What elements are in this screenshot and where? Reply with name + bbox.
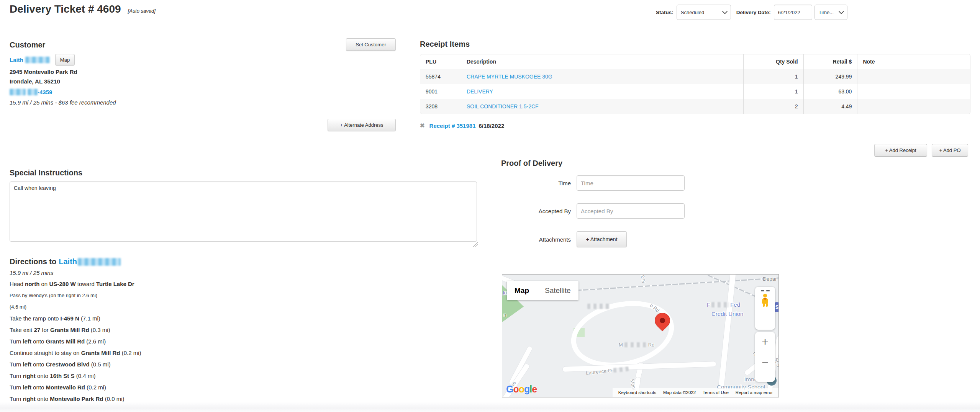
street-label — [587, 304, 610, 309]
col-retail: Retail $ — [803, 54, 857, 69]
attribution-item[interactable]: Report a map error — [736, 390, 773, 395]
status-label: Status: — [656, 10, 674, 15]
proof-of-delivery-heading: Proof of Delivery — [501, 159, 685, 168]
direction-step: Turn right onto 16th St S (0.4 mi) — [10, 370, 255, 382]
customer-phone-row: -4359 — [10, 88, 339, 96]
textarea-resize-handle[interactable] — [473, 242, 478, 247]
add-receipt-button[interactable]: + Add Receipt — [874, 144, 927, 157]
set-customer-button[interactable]: Set Customer — [346, 38, 396, 51]
table-header-row: PLU Description Qty Sold Retail $ Note — [420, 54, 970, 69]
map-tab[interactable]: Map — [507, 281, 537, 300]
table-cell: 55874 — [420, 69, 461, 84]
accepted-by-label: Accepted By — [495, 208, 571, 214]
map-attribution: Keyboard shortcutsMap data ©2022Terms of… — [613, 388, 778, 397]
status-select[interactable]: Scheduled — [677, 5, 731, 20]
table-row: 9001DELIVERY163.00 — [420, 84, 970, 99]
table-cell: 4.49 — [803, 99, 857, 114]
attribution-item[interactable]: Keyboard shortcuts — [618, 390, 656, 395]
satellite-tab[interactable]: Satellite — [537, 281, 578, 300]
redacted-street-name — [587, 304, 610, 309]
zoom-control: + − — [755, 332, 775, 382]
col-qty-sold: Qty Sold — [743, 54, 803, 69]
google-logo[interactable]: Google — [506, 384, 537, 395]
directions-customer-link[interactable]: Laith — [59, 257, 77, 266]
customer-name-row: Laith Map — [10, 54, 339, 65]
street-label: 2 N — [640, 275, 647, 283]
item-description-link[interactable]: SOIL CONDITIONER 1.5-2CF — [467, 103, 539, 110]
direction-step: Turn left onto Grants Mill Rd (2.6 mi) — [10, 336, 255, 347]
customer-name-link[interactable]: Laith — [10, 57, 23, 63]
direction-step: Head north on US-280 W toward Turtle Lak… — [10, 278, 255, 290]
time-input[interactable] — [577, 175, 685, 191]
directions-heading: Directions to — [10, 257, 56, 266]
direction-step: Turn left onto Crestwood Blvd (0.5 mi) — [10, 359, 255, 370]
pegman-control[interactable] — [755, 287, 775, 330]
item-description-link[interactable]: CRAPE MYRTLE MUSKOGEE 30G — [467, 74, 552, 80]
zoom-in-button[interactable]: + — [755, 332, 775, 352]
chevron-down-icon — [722, 9, 728, 14]
time-select[interactable]: Time... — [814, 5, 847, 20]
col-note: Note — [857, 54, 970, 69]
google-map[interactable]: o Rd MRd Laurence O Mont 2nd Av St S ve … — [502, 274, 779, 397]
map-type-control: Map Satellite — [507, 281, 578, 300]
table-cell: 2 — [743, 99, 803, 114]
direction-step: (4.6 mi) — [10, 301, 255, 313]
customer-phone-link[interactable]: -4359 — [38, 89, 52, 95]
receipt-items-section: Receipt Items PLU Description Qty Sold R… — [420, 40, 970, 129]
table-row: 55874CRAPE MYRTLE MUSKOGEE 30G1249.99 — [420, 69, 970, 84]
customer-address-line2: Irondale, AL 35210 — [10, 77, 339, 86]
receipt-items-body: 55874CRAPE MYRTLE MUSKOGEE 30G1249.99900… — [420, 69, 970, 114]
table-cell: 1 — [743, 69, 803, 84]
pod-time-row: Time — [495, 175, 685, 191]
add-attachment-button[interactable]: + Attachment — [577, 231, 627, 247]
pod-attachments-row: Attachments + Attachment — [495, 231, 685, 247]
autosave-indicator: [Auto saved] — [128, 8, 156, 14]
time-value: Time... — [819, 10, 834, 15]
table-cell — [857, 99, 970, 114]
table-cell[interactable]: DELIVERY — [461, 84, 743, 99]
page-bottom-fade — [0, 402, 980, 412]
redacted-street-name — [613, 366, 629, 373]
attachments-label: Attachments — [495, 236, 571, 243]
directions-summary: 15.9 mi / 25 mins — [10, 270, 255, 276]
drag-handle-icon — [755, 287, 775, 291]
col-description: Description — [461, 54, 743, 69]
table-cell: 9001 — [420, 84, 461, 99]
attribution-item[interactable]: Terms of Use — [703, 390, 729, 395]
col-plu: PLU — [420, 54, 461, 69]
page-title: Delivery Ticket # 4609 — [10, 3, 121, 15]
accepted-by-input[interactable] — [577, 203, 685, 219]
table-cell: 249.99 — [803, 69, 857, 84]
proof-of-delivery-section: Proof of Delivery Time Accepted By Attac… — [495, 159, 685, 247]
table-cell[interactable]: CRAPE MYRTLE MUSKOGEE 30G — [461, 69, 743, 84]
delivery-date-input[interactable] — [774, 5, 812, 20]
ticket-controls: Status: Scheduled Delivery Date: Time... — [656, 5, 847, 20]
distance-fee-note: 15.9 mi / 25 mins - $63 fee recommended — [10, 99, 339, 106]
directions-steps: Head north on US-280 W toward Turtle Lak… — [10, 278, 255, 405]
direction-step: Turn left onto Montevallo Rd (0.2 mi) — [10, 382, 255, 393]
map-button[interactable]: Map — [55, 54, 75, 65]
time-label: Time — [495, 180, 571, 186]
table-cell: 3208 — [420, 99, 461, 114]
special-instructions-textarea[interactable] — [10, 181, 477, 242]
direction-step: Pass by Wendy's (on the right in 2.6 mi) — [10, 290, 255, 301]
poi-label-fragment: ki — [503, 290, 506, 296]
zoom-out-button[interactable]: − — [755, 352, 775, 372]
direction-step: Take exit 27 for Grants Mill Rd (0.3 mi) — [10, 324, 255, 336]
add-po-button[interactable]: + Add PO — [932, 144, 968, 157]
table-cell — [857, 69, 970, 84]
street-label: MRd — [619, 342, 654, 348]
directions-section: Directions to Laith 15.9 mi / 25 mins He… — [10, 257, 255, 405]
credit-union-label: F Fed — [707, 301, 740, 308]
chevron-down-icon — [839, 9, 844, 14]
remove-receipt-icon[interactable]: ✖ — [420, 122, 425, 129]
alternate-address-button[interactable]: + Alternate Address — [328, 119, 396, 131]
table-cell[interactable]: SOIL CONDITIONER 1.5-2CF — [461, 99, 743, 114]
page-header: Delivery Ticket # 4609 [Auto saved] — [10, 3, 156, 15]
special-instructions-section: Special Instructions — [10, 168, 477, 242]
item-description-link[interactable]: DELIVERY — [467, 88, 493, 95]
park-label-fragment: n — [503, 312, 506, 318]
receipt-number-link[interactable]: Receipt # 351981 — [429, 123, 476, 129]
receipt-date: 6/18/2022 — [479, 123, 505, 129]
credit-union-label: Credit Union — [711, 311, 743, 317]
